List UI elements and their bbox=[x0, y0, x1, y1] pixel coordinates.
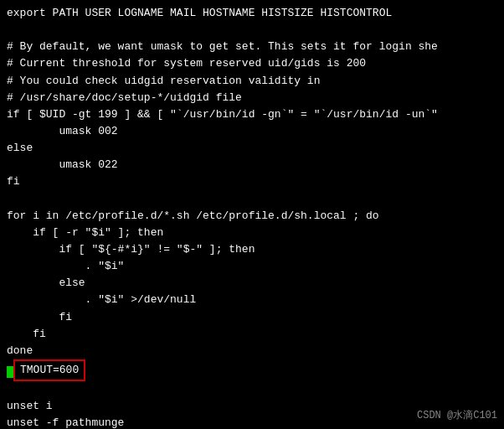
line-15: if [ "${-#*i}" != "$-" ]; then bbox=[7, 241, 497, 258]
line-4: # Current threshold for system reserved … bbox=[7, 55, 497, 72]
line-8: umask 002 bbox=[7, 123, 497, 140]
line-20: fi bbox=[7, 326, 497, 343]
line-7: if [ $UID -gt 199 ] && [ "`/usr/bin/id -… bbox=[7, 106, 497, 123]
line-5: # You could check uidgid reservation val… bbox=[7, 73, 497, 90]
line-6: # /usr/share/doc/setup-*/uidgid file bbox=[7, 90, 497, 106]
line-1: export PATH USER LOGNAME MAIL HOSTNAME H… bbox=[7, 5, 497, 22]
line-19: fi bbox=[7, 309, 497, 326]
line-3: # By default, we want umask to get set. … bbox=[7, 39, 497, 55]
line-done: done bbox=[7, 343, 497, 359]
terminal: export PATH USER LOGNAME MAIL HOSTNAME H… bbox=[0, 0, 504, 429]
line-13: for i in /etc/profile.d/*.sh /etc/profil… bbox=[7, 208, 497, 225]
line-empty-2 bbox=[7, 191, 497, 208]
line-empty-1 bbox=[7, 22, 497, 39]
tmout-value: TMOUT=600 bbox=[13, 359, 85, 381]
line-17: else bbox=[7, 275, 497, 292]
watermark: CSDN @水滴C101 bbox=[417, 408, 497, 422]
line-18: . "$i" >/dev/null bbox=[7, 292, 497, 308]
line-11: fi bbox=[7, 173, 497, 190]
green-cursor-icon bbox=[7, 366, 13, 378]
line-10: umask 022 bbox=[7, 157, 497, 173]
tmout-line: TMOUT=600 bbox=[7, 359, 497, 381]
line-9: else bbox=[7, 140, 497, 157]
line-14: if [ -r "$i" ]; then bbox=[7, 225, 497, 241]
line-16: . "$i" bbox=[7, 258, 497, 275]
line-empty-3 bbox=[7, 381, 497, 398]
